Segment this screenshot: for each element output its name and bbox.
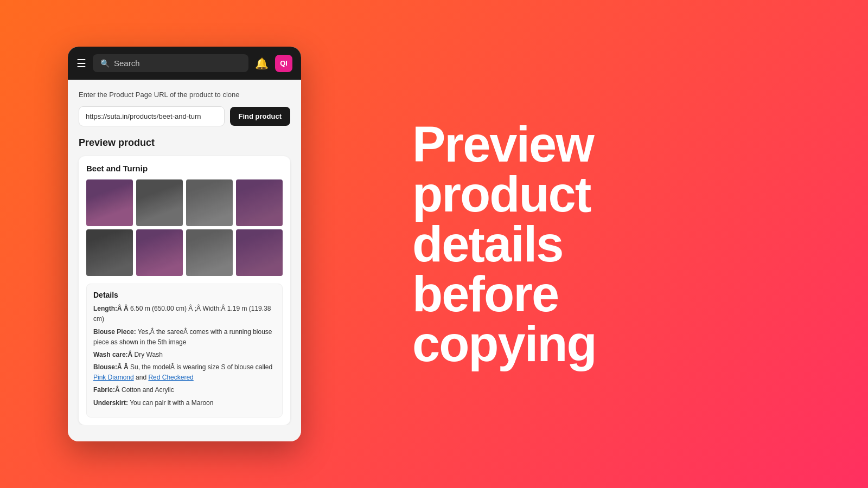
detail-length: Length:Â Â 6.50 m (650.00 cm) Â ;Â Width… xyxy=(93,304,276,324)
details-box: Details Length:Â Â 6.50 m (650.00 cm) Â … xyxy=(86,284,283,418)
product-card: Beet and Turnip Details Length:Â Â 6.50 … xyxy=(79,156,290,425)
detail-wash: Wash care:Â Dry Wash xyxy=(93,350,276,360)
product-image-2 xyxy=(136,179,183,226)
details-title: Details xyxy=(93,291,276,299)
product-name: Beet and Turnip xyxy=(86,164,283,173)
right-panel: Preview product details before copying xyxy=(369,87,868,401)
product-image-6 xyxy=(136,229,183,276)
hero-line3: details xyxy=(412,219,596,269)
bell-icon[interactable]: 🔔 xyxy=(255,57,269,70)
detail-fabric: Fabric:Â Cotton and Acrylic xyxy=(93,385,276,395)
product-image-8 xyxy=(236,229,283,276)
nav-bar: ☰ 🔍 Search 🔔 QI xyxy=(68,47,301,80)
product-image-4 xyxy=(236,179,283,226)
product-image-7 xyxy=(186,229,233,276)
left-panel: ☰ 🔍 Search 🔔 QI Enter the Product Page U… xyxy=(0,0,369,488)
hero-text: Preview product details before copying xyxy=(412,119,596,369)
search-bar-text: Search xyxy=(114,59,140,68)
phone-bottom xyxy=(68,425,301,441)
phone-container: ☰ 🔍 Search 🔔 QI Enter the Product Page U… xyxy=(68,47,301,441)
content-area: Enter the Product Page URL of the produc… xyxy=(68,80,301,425)
detail-blouse: Blouse:Â Â Su, the modelÂ is wearing siz… xyxy=(93,362,276,383)
preview-section-title: Preview product xyxy=(79,137,290,149)
hero-line2: product xyxy=(412,169,596,219)
search-icon: 🔍 xyxy=(100,59,110,68)
red-checkered-link[interactable]: Red Checkered xyxy=(148,374,193,381)
find-product-button[interactable]: Find product xyxy=(230,107,290,126)
product-image-5 xyxy=(86,229,133,276)
page-subtitle: Enter the Product Page URL of the produc… xyxy=(79,91,290,99)
hero-line4: before xyxy=(412,269,596,319)
menu-icon[interactable]: ☰ xyxy=(76,57,86,70)
pink-diamond-link[interactable]: Pink Diamond xyxy=(93,374,134,381)
detail-underskirt: Underskirt: You can pair it with a Maroo… xyxy=(93,398,276,408)
detail-blouse-piece: Blouse Piece: Yes,Â the sareeÂ comes wit… xyxy=(93,327,276,348)
search-bar[interactable]: 🔍 Search xyxy=(93,54,248,72)
product-image-1 xyxy=(86,179,133,226)
url-input[interactable] xyxy=(79,106,225,126)
hero-line1: Preview xyxy=(412,119,596,169)
hero-line5: copying xyxy=(412,319,596,369)
product-image-grid xyxy=(86,179,283,276)
product-image-3 xyxy=(186,179,233,226)
avatar[interactable]: QI xyxy=(275,55,292,72)
url-row: Find product xyxy=(79,106,290,126)
